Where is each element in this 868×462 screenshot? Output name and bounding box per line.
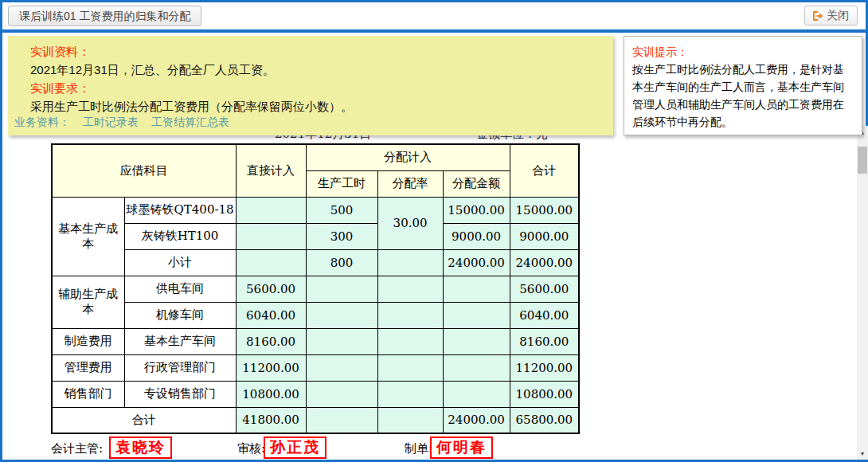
cell-total[interactable]: 10800.00: [510, 381, 579, 407]
cell-amount[interactable]: 15000.00: [443, 197, 510, 223]
cell-total[interactable]: 9000.00: [510, 223, 579, 249]
cell-rate-total[interactable]: [377, 407, 443, 433]
table-row: 销售部门 专设销售部门 10800.00 10800.00: [52, 381, 579, 407]
training-window: 2021年12月31日 金额单位：元 应借科目 直接计入 分配计入 合计 生产工…: [0, 0, 868, 462]
header-total: 合计: [510, 144, 579, 197]
tips-title: 实训提示：: [632, 43, 854, 61]
top-bar: 课后训练01 工资费用的归集和分配 关闭: [2, 2, 866, 29]
item-label: 基本生产车间: [124, 328, 236, 354]
training-tips-panel: 实训提示： 按生产工时比例法分配人工费用，是针对基本生产车间的生产工人而言，基本…: [624, 36, 862, 135]
cell-total[interactable]: 15000.00: [510, 197, 579, 223]
link-work-hours-record[interactable]: 工时记录表: [83, 113, 139, 131]
cell-grand-total[interactable]: 65800.00: [510, 407, 579, 433]
table-total-row: 合计 41800.00 24000.00 65800.00: [52, 407, 579, 433]
table-row: 机修车间 6040.00 6040.00: [52, 302, 579, 328]
accounting-manager-stamp: 袁晓玲: [109, 437, 172, 459]
close-button-label: 关闭: [827, 6, 849, 25]
cell-hours[interactable]: [306, 381, 377, 407]
table-row: 制造费用 基本生产车间 8160.00 8160.00: [52, 328, 579, 354]
cell-rate[interactable]: [377, 354, 443, 381]
business-data-label: 业务资料：: [14, 113, 70, 131]
requirements-label: 实训要求：: [30, 79, 605, 97]
table-row: 管理费用 行政管理部门 11200.00 11200.00: [52, 354, 579, 381]
cell-amount[interactable]: 24000.00: [443, 249, 510, 276]
table-header-row-1: 应借科目 直接计入 分配计入 合计: [52, 144, 579, 170]
cell-rate[interactable]: [377, 249, 443, 276]
cell-amount-total[interactable]: 24000.00: [443, 407, 510, 433]
training-materials-panel: 实训资料： 2021年12月31日，汇总、分配全厂人员工资。 实训要求： 采用生…: [8, 36, 613, 135]
table-row: 辅助生产成本 供电车间 5600.00 5600.00: [52, 276, 579, 302]
header-production-hours: 生产工时: [306, 170, 377, 197]
link-wage-settlement-summary[interactable]: 工资结算汇总表: [151, 113, 229, 131]
cell-direct[interactable]: 6040.00: [236, 302, 306, 328]
cell-hours[interactable]: [306, 276, 377, 302]
exercise-tab[interactable]: 课后训练01 工资费用的归集和分配: [8, 6, 201, 26]
table-row: 基本生产成本 球墨铸铁QT400-18 500 30.00 15000.00 1…: [52, 197, 579, 223]
cell-hours[interactable]: 300: [306, 223, 377, 249]
cell-hours[interactable]: [306, 328, 377, 354]
close-button[interactable]: 关闭: [804, 6, 858, 25]
preparer-label: 制单:: [405, 441, 432, 456]
category-sales-department: 销售部门: [52, 381, 124, 407]
cell-direct-total[interactable]: 41800.00: [236, 407, 306, 433]
cell-rate[interactable]: [377, 302, 443, 328]
cell-hours[interactable]: [306, 354, 377, 381]
preparer-stamp: 何明春: [430, 437, 493, 459]
item-label: 供电车间: [124, 276, 236, 302]
cell-direct[interactable]: [236, 249, 306, 276]
cell-hours[interactable]: 800: [306, 249, 377, 276]
header-allocated: 分配计入: [306, 144, 510, 170]
item-label: 机修车间: [124, 302, 236, 328]
cell-total[interactable]: 24000.00: [510, 249, 579, 276]
cell-direct[interactable]: 8160.00: [236, 328, 306, 354]
cell-direct[interactable]: [236, 197, 306, 223]
cell-rate[interactable]: [377, 381, 443, 407]
materials-label: 实训资料：: [30, 42, 605, 61]
cell-rate[interactable]: [377, 328, 443, 354]
item-label: 球墨铸铁QT400-18: [124, 197, 236, 223]
header-debit-account: 应借科目: [52, 144, 236, 197]
cell-rate[interactable]: 30.00: [377, 197, 443, 249]
cell-direct[interactable]: 5600.00: [236, 276, 306, 302]
cell-direct[interactable]: 11200.00: [236, 354, 306, 381]
table-row: 灰铸铁HT100 300 9000.00 9000.00: [52, 223, 579, 249]
reviewer-label: 审核:: [237, 441, 265, 456]
item-subtotal-label: 小计: [124, 249, 236, 276]
cell-hours[interactable]: 500: [306, 197, 377, 223]
accounting-manager-label: 会计主管:: [51, 441, 103, 456]
scrollbar-thumb[interactable]: [858, 147, 867, 174]
cell-total[interactable]: 6040.00: [510, 302, 579, 328]
cell-amount[interactable]: [443, 276, 510, 302]
cell-direct[interactable]: 10800.00: [236, 381, 306, 407]
total-row-label: 合计: [52, 407, 236, 433]
cell-amount[interactable]: [443, 328, 510, 354]
wage-allocation-table: 应借科目 直接计入 分配计入 合计 生产工时 分配率 分配金额 基本生产成本 球…: [51, 143, 580, 434]
cell-hours-total[interactable]: [306, 407, 377, 433]
cell-total[interactable]: 5600.00: [510, 276, 579, 302]
category-auxiliary-production-cost: 辅助生产成本: [52, 276, 124, 328]
cell-hours[interactable]: [306, 302, 377, 328]
header-allocation-amount: 分配金额: [443, 170, 510, 197]
cell-total[interactable]: 8160.00: [510, 328, 579, 354]
blue-divider: [2, 29, 866, 33]
cell-rate[interactable]: [377, 276, 443, 302]
tips-body: 按生产工时比例法分配人工费用，是针对基本生产车间的生产工人而言，基本生产车间管理…: [632, 61, 854, 131]
cell-amount[interactable]: [443, 381, 510, 407]
cell-total[interactable]: 11200.00: [510, 354, 579, 381]
item-label: 灰铸铁HT100: [124, 223, 236, 249]
category-basic-production-cost: 基本生产成本: [52, 197, 124, 276]
reviewer-stamp: 孙正茂: [264, 437, 326, 459]
item-label: 行政管理部门: [124, 354, 236, 381]
cell-direct[interactable]: [236, 223, 306, 249]
cell-amount[interactable]: 9000.00: [443, 223, 510, 249]
cell-amount[interactable]: [443, 302, 510, 328]
header-allocation-rate: 分配率: [377, 170, 443, 197]
cell-amount[interactable]: [443, 354, 510, 381]
item-label: 专设销售部门: [124, 381, 236, 407]
scroll-down-arrow-icon[interactable]: ▼: [857, 448, 868, 460]
table-row: 小计 800 24000.00 24000.00: [52, 249, 579, 276]
vertical-scrollbar[interactable]: ▲ ▼: [857, 126, 868, 460]
header-direct: 直接计入: [236, 144, 306, 197]
category-admin-expense: 管理费用: [52, 354, 124, 381]
exit-icon: [811, 10, 823, 22]
